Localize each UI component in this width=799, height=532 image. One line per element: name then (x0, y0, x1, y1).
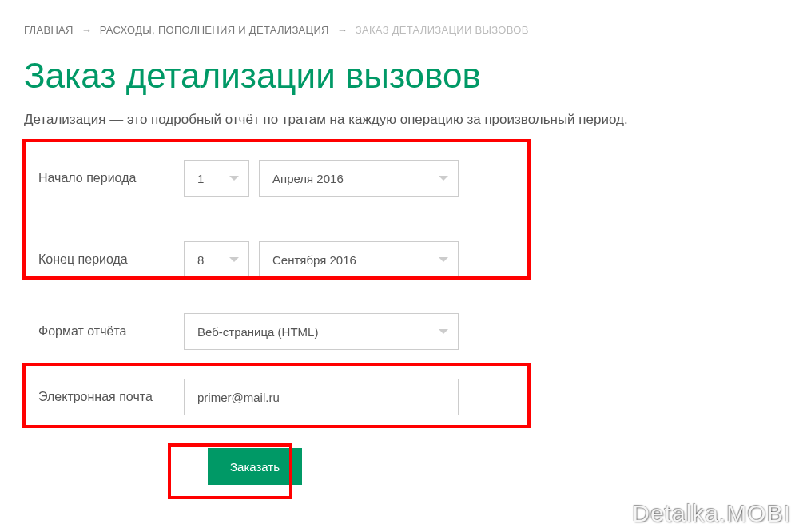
breadcrumb-home[interactable]: ГЛАВНАЯ (24, 24, 74, 36)
start-period-label: Начало периода (24, 171, 184, 185)
chevron-down-icon (439, 329, 448, 334)
email-row: Электронная почта (24, 376, 775, 418)
arrow-right-icon: → (337, 24, 348, 36)
end-day-value: 8 (197, 253, 204, 267)
breadcrumb: ГЛАВНАЯ → РАСХОДЫ, ПОПОЛНЕНИЯ И ДЕТАЛИЗА… (24, 24, 775, 36)
format-select[interactable]: Веб-страница (HTML) (184, 313, 459, 350)
email-label: Электронная почта (24, 390, 184, 404)
page-description: Детализация — это подробный отчёт по тра… (24, 112, 775, 128)
chevron-down-icon (229, 176, 239, 181)
format-label: Формат отчёта (24, 324, 184, 339)
arrow-right-icon: → (81, 24, 92, 36)
submit-button[interactable]: Заказать (208, 448, 302, 485)
breadcrumb-current: ЗАКАЗ ДЕТАЛИЗАЦИИ ВЫЗОВОВ (356, 24, 529, 36)
chevron-down-icon (229, 257, 239, 262)
page-title: Заказ детализации вызовов (24, 56, 775, 96)
format-row: Формат отчёта Веб-страница (HTML) (24, 311, 775, 352)
start-period-row: Начало периода 1 Апреля 2016 (24, 157, 775, 199)
start-month-select[interactable]: Апреля 2016 (259, 160, 459, 197)
end-month-value: Сентября 2016 (272, 253, 356, 267)
format-value: Веб-страница (HTML) (197, 325, 318, 339)
start-day-select[interactable]: 1 (184, 160, 249, 197)
chevron-down-icon (439, 257, 448, 262)
start-month-value: Апреля 2016 (272, 172, 344, 185)
email-input[interactable] (184, 379, 459, 415)
start-day-value: 1 (197, 172, 204, 185)
end-month-select[interactable]: Сентября 2016 (259, 241, 459, 278)
breadcrumb-section[interactable]: РАСХОДЫ, ПОПОЛНЕНИЯ И ДЕТАЛИЗАЦИЯ (100, 24, 329, 36)
end-period-row: Конец периода 8 Сентября 2016 (24, 239, 775, 280)
end-period-label: Конец периода (24, 252, 184, 267)
chevron-down-icon (439, 176, 448, 181)
watermark: Detalka.MOBI (632, 500, 791, 527)
end-day-select[interactable]: 8 (184, 241, 249, 278)
